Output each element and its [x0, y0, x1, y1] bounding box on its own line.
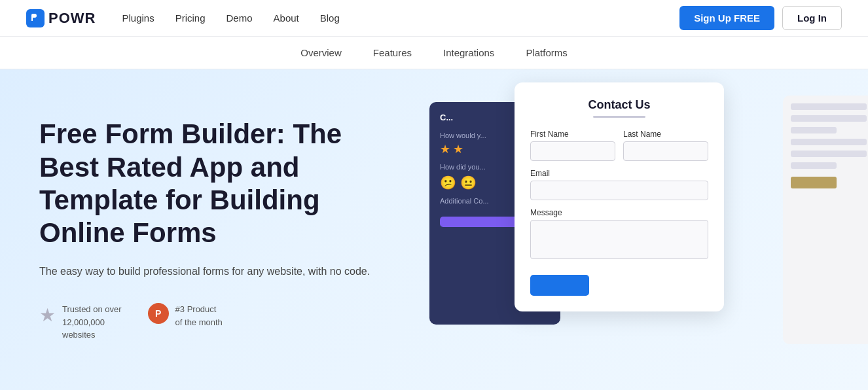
subnav-features[interactable]: Features [373, 47, 412, 58]
secondary-navigation: Overview Features Integrations Platforms [0, 37, 868, 69]
last-name-input[interactable] [623, 141, 708, 161]
subnav-integrations[interactable]: Integrations [443, 47, 494, 58]
nav-actions: Sign Up FREE Log In [679, 6, 842, 30]
email-input[interactable] [530, 181, 708, 200]
logo-text: POWR [48, 10, 96, 27]
right-bg-button [791, 177, 837, 188]
star-1: ★ [440, 142, 450, 156]
nav-plugins[interactable]: Plugins [122, 12, 154, 24]
hero-visual: C... How would y... ★ ★ How did you... 😕… [410, 69, 868, 390]
message-group: Message [530, 208, 708, 259]
hero-title: Free Form Builder: The Best Rated App an… [39, 118, 406, 250]
nav-links: Plugins Pricing Demo About Blog [122, 12, 679, 24]
trusted-badge: ★ Trusted on over12,000,000websites [39, 303, 122, 342]
right-bg-line-2 [791, 115, 867, 122]
logo[interactable]: POWR [26, 9, 96, 27]
signup-button[interactable]: Sign Up FREE [679, 6, 774, 30]
trusted-badge-text: Trusted on over12,000,000websites [62, 303, 122, 342]
star-icon: ★ [39, 304, 56, 326]
right-bg-line-5 [791, 151, 867, 157]
nav-blog[interactable]: Blog [320, 12, 340, 24]
hero-section: Free Form Builder: The Best Rated App an… [0, 69, 868, 390]
right-bg-form [783, 96, 868, 344]
message-row: Message [530, 208, 708, 259]
contact-divider [593, 116, 645, 118]
contact-card: Contact Us First Name Last Name Email [515, 82, 724, 311]
name-row: First Name Last Name [530, 130, 708, 161]
top-navigation: POWR Plugins Pricing Demo About Blog Sig… [0, 0, 868, 37]
email-label: Email [530, 169, 708, 178]
last-name-label: Last Name [623, 130, 708, 139]
message-label: Message [530, 208, 708, 217]
first-name-group: First Name [530, 130, 615, 161]
email-group: Email [530, 169, 708, 200]
emoji-sad: 😕 [440, 175, 456, 190]
emoji-neutral: 😐 [460, 175, 477, 190]
hero-content: Free Form Builder: The Best Rated App an… [39, 118, 406, 342]
login-button[interactable]: Log In [782, 6, 842, 30]
first-name-label: First Name [530, 130, 615, 139]
logo-icon [26, 9, 45, 27]
right-bg-line-3 [791, 127, 837, 133]
message-input[interactable] [530, 220, 708, 259]
trust-badges: ★ Trusted on over12,000,000websites P #3… [39, 303, 406, 342]
nav-pricing[interactable]: Pricing [175, 12, 206, 24]
first-name-input[interactable] [530, 141, 615, 161]
contact-card-title: Contact Us [530, 98, 708, 112]
contact-submit-button[interactable] [530, 275, 589, 296]
product-hunt-text: #3 Productof the month [175, 303, 223, 328]
product-hunt-icon: P [148, 303, 169, 324]
product-hunt-badge: P #3 Productof the month [148, 303, 223, 328]
nav-about[interactable]: About [274, 12, 299, 24]
right-bg-line-6 [791, 162, 837, 169]
last-name-group: Last Name [623, 130, 708, 161]
star-2: ★ [453, 142, 463, 156]
subnav-platforms[interactable]: Platforms [526, 47, 567, 58]
right-bg-line-1 [791, 103, 867, 110]
email-row: Email [530, 169, 708, 200]
subnav-overview[interactable]: Overview [300, 47, 342, 58]
right-bg-line-4 [791, 139, 867, 145]
nav-demo[interactable]: Demo [226, 12, 253, 24]
hero-subtitle: The easy way to build professional forms… [39, 263, 406, 280]
